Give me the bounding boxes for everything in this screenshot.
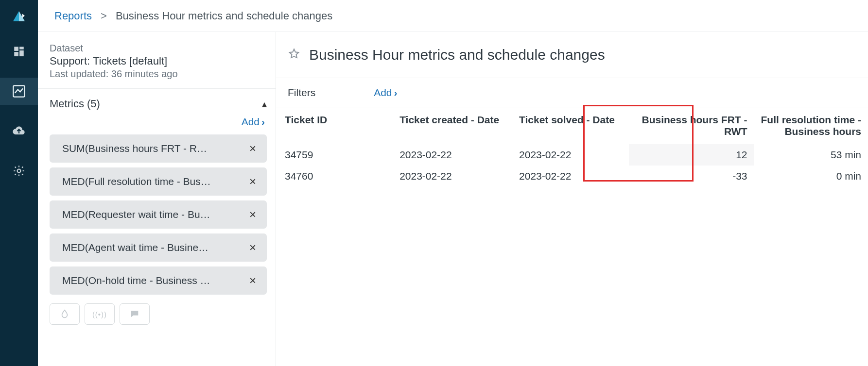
metric-pill[interactable]: MED(On-hold time - Business … × [50, 266, 267, 295]
report-area: Business Hour metrics and schedule chang… [276, 32, 868, 366]
nav-datasets[interactable] [0, 117, 38, 145]
star-icon [288, 48, 300, 60]
col-ticket-solved[interactable]: Ticket solved - Date [512, 107, 629, 144]
metric-tools: ((•)) [50, 303, 267, 325]
tool-drop-icon[interactable] [50, 303, 80, 325]
cell-frt-rwt: 12 [629, 144, 754, 166]
config-sidepanel: Dataset Support: Tickets [default] Last … [38, 32, 276, 366]
metric-label: MED(Requester wait time - Bu… [62, 209, 246, 220]
chart-icon [12, 84, 26, 98]
drop-icon [59, 309, 70, 319]
col-ticket-created[interactable]: Ticket created - Date [393, 107, 512, 144]
metric-label: SUM(Business hours FRT - R… [62, 143, 246, 154]
remove-metric-icon[interactable]: × [246, 240, 259, 255]
metrics-add-link[interactable]: Add› [50, 116, 265, 128]
comment-icon [129, 309, 140, 319]
broadcast-icon: ((•)) [92, 310, 107, 318]
remove-metric-icon[interactable]: × [246, 207, 259, 222]
report-title[interactable]: Business Hour metrics and schedule chang… [309, 47, 605, 63]
metric-pill[interactable]: MED(Agent wait time - Busine… × [50, 233, 267, 262]
tool-comment-icon[interactable] [120, 303, 150, 325]
svg-rect-4 [19, 47, 24, 49]
svg-point-8 [17, 169, 21, 173]
breadcrumb-current: Business Hour metrics and schedule chang… [116, 10, 332, 22]
result-table: Ticket ID Ticket created - Date Ticket s… [276, 107, 868, 187]
remove-metric-icon[interactable]: × [246, 174, 259, 189]
breadcrumb: Reports > Business Hour metrics and sche… [38, 0, 868, 32]
cell-created: 2023-02-22 [393, 144, 512, 166]
gear-icon [13, 165, 25, 177]
result-table-wrap[interactable]: Ticket ID Ticket created - Date Ticket s… [276, 107, 868, 187]
cell-created: 2023-02-22 [393, 166, 512, 187]
metric-pill[interactable]: MED(Full resolution time - Bus… × [50, 167, 267, 196]
metric-label: MED(Full resolution time - Bus… [62, 176, 246, 187]
breadcrumb-root[interactable]: Reports [54, 10, 92, 22]
dataset-summary: Dataset Support: Tickets [default] Last … [38, 32, 276, 89]
metrics-section-header[interactable]: Metrics (5) ▴ [50, 98, 267, 110]
nav-dashboard[interactable] [0, 38, 38, 65]
metric-label: MED(On-hold time - Business … [62, 275, 246, 286]
dashboard-icon [13, 45, 25, 58]
svg-marker-0 [13, 11, 19, 21]
cell-solved: 2023-02-22 [512, 144, 629, 166]
filters-label: Filters [288, 87, 315, 99]
chevron-up-icon: ▴ [262, 98, 267, 110]
favorite-toggle[interactable] [288, 48, 300, 62]
nav-reports[interactable] [0, 78, 38, 105]
cell-id: 34759 [276, 144, 393, 166]
metric-pill[interactable]: MED(Requester wait time - Bu… × [50, 200, 267, 229]
col-ticket-id[interactable]: Ticket ID [276, 107, 393, 144]
metrics-header-label: Metrics (5) [50, 98, 100, 110]
cell-frt-bh: 53 min [754, 144, 868, 166]
svg-rect-3 [14, 47, 18, 51]
left-nav-rail [0, 0, 38, 366]
main-area: Reports > Business Hour metrics and sche… [38, 0, 868, 366]
table-row[interactable]: 34760 2023-02-22 2023-02-22 -33 0 min [276, 166, 868, 187]
col-frt-bh[interactable]: Full resolution time - Business hours [754, 107, 868, 144]
nav-admin[interactable] [0, 157, 38, 184]
cell-solved: 2023-02-22 [512, 166, 629, 187]
cell-frt-bh: 0 min [754, 166, 868, 187]
dataset-name[interactable]: Support: Tickets [default] [50, 55, 264, 67]
cell-id: 34760 [276, 166, 393, 187]
app-logo[interactable] [11, 9, 27, 25]
svg-rect-5 [19, 50, 24, 56]
metric-label: MED(Agent wait time - Busine… [62, 242, 246, 253]
remove-metric-icon[interactable]: × [246, 273, 259, 288]
filters-add-link[interactable]: Add› [374, 87, 397, 99]
table-row[interactable]: 34759 2023-02-22 2023-02-22 12 53 min [276, 144, 868, 166]
breadcrumb-sep: > [101, 10, 107, 22]
dataset-updated: Last updated: 36 minutes ago [50, 68, 264, 80]
svg-marker-2 [22, 14, 25, 18]
cell-frt-rwt: -33 [629, 166, 754, 187]
remove-metric-icon[interactable]: × [246, 141, 259, 156]
svg-rect-6 [14, 52, 18, 56]
dataset-label: Dataset [50, 43, 264, 54]
metric-pill[interactable]: SUM(Business hours FRT - R… × [50, 134, 267, 163]
col-frt-rwt[interactable]: Business hours FRT - RWT [629, 107, 754, 144]
cloud-upload-icon [12, 124, 26, 138]
tool-broadcast-icon[interactable]: ((•)) [85, 303, 115, 325]
